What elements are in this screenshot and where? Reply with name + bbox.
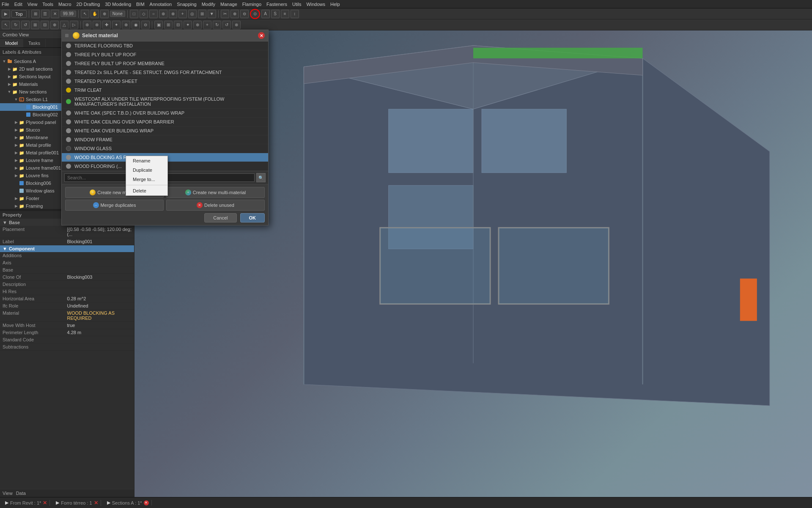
material-name-5: TRIM CLEAT [74, 88, 102, 93]
context-separator [126, 185, 167, 185]
context-merge[interactable]: Merge to... [126, 175, 167, 184]
material-name-3: TREATED 2x SILL PLATE - SEE STRUCT. DWGS… [74, 70, 222, 75]
material-name-11: WINDOW GLASS [74, 146, 112, 151]
dot-11 [66, 146, 71, 151]
create-new-icon: + [90, 189, 96, 195]
delete-icon: ✕ [197, 202, 203, 208]
dot-8 [66, 119, 71, 124]
material-name-13: WOOD FLOORING (... [74, 164, 122, 169]
dot-4 [66, 79, 71, 84]
dialog-pin [65, 34, 69, 37]
dialog-close-button[interactable]: ✕ [258, 32, 265, 39]
material-item-10[interactable]: WINDOW FRAME [62, 135, 268, 144]
context-delete[interactable]: Delete [126, 186, 167, 195]
material-name-9: WHITE OAK OVER BUILDING WRAP [74, 128, 154, 133]
material-name-8: WHITE OAK CEILING OVER VAPOR BARRIER [74, 119, 174, 124]
material-name-4: TREATED PLYWOOD SHEET [74, 79, 137, 84]
material-item-4[interactable]: TREATED PLYWOOD SHEET [62, 77, 268, 86]
merge-duplicates-button[interactable]: ↔ Merge duplicates [65, 200, 164, 211]
material-name-2: THREE PLY BUILT UP ROOF MEMBRANE [74, 61, 165, 66]
material-item-11[interactable]: WINDOW GLASS [62, 144, 268, 153]
material-list[interactable]: TERRACE FLOORING TBD THREE PLY BUILT UP … [62, 41, 268, 171]
dot-5 [66, 88, 71, 93]
dialog-title-bar: Select material ✕ [62, 30, 268, 41]
dot-10 [66, 137, 71, 142]
dialog-overlay: Select material ✕ TERRACE FLOORING TBD T… [0, 0, 812, 508]
material-item-8[interactable]: WHITE OAK CEILING OVER VAPOR BARRIER [62, 118, 268, 126]
dot-12 [66, 155, 71, 160]
merge-dupes-label: Merge duplicates [101, 203, 136, 208]
search-icon-button[interactable]: 🔍 [256, 173, 266, 182]
material-name-10: WINDOW FRAME [74, 137, 112, 142]
material-name-6: WESTCOAT ALX UNDER TILE WATERPROOFING SY… [74, 96, 264, 107]
material-item-2[interactable]: THREE PLY BUILT UP ROOF MEMBRANE [62, 59, 268, 68]
delete-unused-label: Delete unused [204, 203, 234, 208]
dot-7 [66, 110, 71, 115]
merge-icon: ↔ [93, 202, 99, 208]
material-item-9[interactable]: WHITE OAK OVER BUILDING WRAP [62, 126, 268, 135]
material-item-3[interactable]: TREATED 2x SILL PLATE - SEE STRUCT. DWGS… [62, 68, 268, 77]
material-name-1: THREE PLY BUILT UP ROOF [74, 52, 136, 57]
dot-3 [66, 70, 71, 75]
dot-9 [66, 128, 71, 133]
cancel-button[interactable]: Cancel [204, 213, 236, 222]
create-multi-material-button[interactable]: + Create new multi-material [166, 187, 265, 198]
dot-6 [66, 99, 71, 104]
create-multi-label: Create new multi-material [193, 190, 246, 195]
material-item-6[interactable]: WESTCOAT ALX UNDER TILE WATERPROOFING SY… [62, 95, 268, 109]
action-row-2: ↔ Merge duplicates ✕ Delete unused [65, 200, 265, 211]
dot-1 [66, 52, 71, 57]
material-item-5[interactable]: TRIM CLEAT [62, 86, 268, 95]
dot-2 [66, 61, 71, 66]
ok-button[interactable]: OK [240, 213, 265, 222]
dialog-title-icon [73, 32, 80, 39]
material-item-1[interactable]: THREE PLY BUILT UP ROOF [62, 50, 268, 59]
material-name-0: TERRACE FLOORING TBD [74, 43, 133, 48]
select-material-dialog: Select material ✕ TERRACE FLOORING TBD T… [61, 30, 269, 225]
dialog-title-text: Select material [82, 33, 255, 38]
material-item-0[interactable]: TERRACE FLOORING TBD [62, 41, 268, 50]
dot-0 [66, 43, 71, 48]
delete-unused-button[interactable]: ✕ Delete unused [166, 200, 265, 211]
context-rename[interactable]: Rename [126, 156, 167, 165]
material-item-7[interactable]: WHITE OAK (SPEC T.B.D.) OVER BUILDING WR… [62, 109, 268, 118]
material-name-7: WHITE OAK (SPEC T.B.D.) OVER BUILDING WR… [74, 110, 184, 115]
context-duplicate[interactable]: Duplicate [126, 165, 167, 175]
create-multi-icon: + [185, 189, 191, 195]
dot-13 [66, 164, 71, 169]
context-menu: Rename Duplicate Merge to... Delete [126, 156, 168, 196]
confirm-row: Cancel OK [65, 212, 265, 222]
